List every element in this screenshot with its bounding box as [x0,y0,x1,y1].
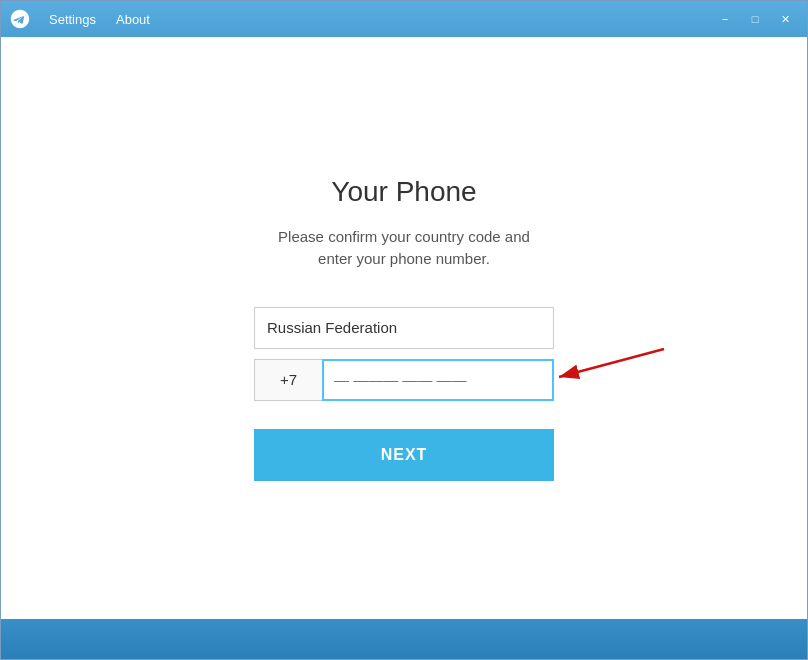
minimize-button[interactable]: − [711,8,739,30]
arrow-indicator [549,339,669,409]
next-button[interactable]: NEXT [254,429,554,481]
phone-input[interactable] [322,359,554,401]
close-button[interactable]: ✕ [771,8,799,30]
svg-line-1 [559,349,664,377]
country-field[interactable] [254,307,554,349]
page-subtitle: Please confirm your country code andente… [278,226,530,271]
titlebar: Settings About − □ ✕ [1,1,807,37]
menu-item-about[interactable]: About [106,8,160,31]
taskbar [1,619,807,659]
phone-row: +7 [254,359,554,401]
telegram-icon [9,8,31,30]
form-container: +7 NEXT [254,307,554,481]
titlebar-controls: − □ ✕ [711,8,799,30]
maximize-button[interactable]: □ [741,8,769,30]
main-content: Your Phone Please confirm your country c… [1,37,807,619]
page-title: Your Phone [331,176,476,208]
menu-item-settings[interactable]: Settings [39,8,106,31]
app-window: Settings About − □ ✕ Your Phone Please c… [0,0,808,660]
country-code-box: +7 [254,359,322,401]
titlebar-menu: Settings About [39,8,160,31]
